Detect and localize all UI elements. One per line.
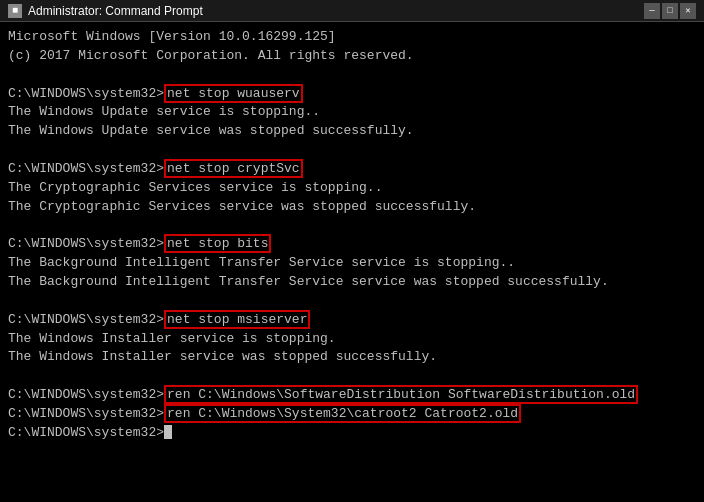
command-line: C:\WINDOWS\system32>ren C:\Windows\Softw… xyxy=(8,386,696,405)
command-text: net stop wuauserv xyxy=(164,84,303,103)
output-line: The Cryptographic Services service was s… xyxy=(8,198,696,217)
output-line: (c) 2017 Microsoft Corporation. All righ… xyxy=(8,47,696,66)
command-text: ren C:\Windows\System32\catroot2 Catroot… xyxy=(164,404,521,423)
output-line: The Windows Installer service was stoppe… xyxy=(8,348,696,367)
terminal-window: Microsoft Windows [Version 10.0.16299.12… xyxy=(0,22,704,502)
command-line: C:\WINDOWS\system32>net stop bits xyxy=(8,235,696,254)
prompt-line: C:\WINDOWS\system32> xyxy=(8,424,696,443)
cursor xyxy=(164,425,172,439)
blank-line xyxy=(8,367,696,386)
command-text: net stop bits xyxy=(164,234,271,253)
window-controls: ─ □ ✕ xyxy=(644,3,696,19)
close-button[interactable]: ✕ xyxy=(680,3,696,19)
maximize-button[interactable]: □ xyxy=(662,3,678,19)
command-text: ren C:\Windows\SoftwareDistribution Soft… xyxy=(164,385,638,404)
command-text: net stop msiserver xyxy=(164,310,310,329)
output-line: Microsoft Windows [Version 10.0.16299.12… xyxy=(8,28,696,47)
command-line: C:\WINDOWS\system32>net stop wuauserv xyxy=(8,85,696,104)
blank-line xyxy=(8,216,696,235)
prompt-text: C:\WINDOWS\system32> xyxy=(8,312,164,327)
window-title: Administrator: Command Prompt xyxy=(28,4,638,18)
prompt-text: C:\WINDOWS\system32> xyxy=(8,236,164,251)
prompt-text: C:\WINDOWS\system32> xyxy=(8,387,164,402)
prompt-text: C:\WINDOWS\system32> xyxy=(8,425,164,440)
output-line: The Background Intelligent Transfer Serv… xyxy=(8,273,696,292)
output-line: The Windows Update service is stopping.. xyxy=(8,103,696,122)
blank-line xyxy=(8,292,696,311)
output-line: The Background Intelligent Transfer Serv… xyxy=(8,254,696,273)
command-line: C:\WINDOWS\system32>net stop msiserver xyxy=(8,311,696,330)
window-icon: ■ xyxy=(8,4,22,18)
title-bar: ■ Administrator: Command Prompt ─ □ ✕ xyxy=(0,0,704,22)
output-line: The Windows Installer service is stoppin… xyxy=(8,330,696,349)
output-line: The Cryptographic Services service is st… xyxy=(8,179,696,198)
prompt-text: C:\WINDOWS\system32> xyxy=(8,161,164,176)
output-line: The Windows Update service was stopped s… xyxy=(8,122,696,141)
command-line: C:\WINDOWS\system32>net stop cryptSvc xyxy=(8,160,696,179)
command-line: C:\WINDOWS\system32>ren C:\Windows\Syste… xyxy=(8,405,696,424)
minimize-button[interactable]: ─ xyxy=(644,3,660,19)
blank-line xyxy=(8,66,696,85)
command-text: net stop cryptSvc xyxy=(164,159,303,178)
blank-line xyxy=(8,141,696,160)
prompt-text: C:\WINDOWS\system32> xyxy=(8,406,164,421)
prompt-text: C:\WINDOWS\system32> xyxy=(8,86,164,101)
